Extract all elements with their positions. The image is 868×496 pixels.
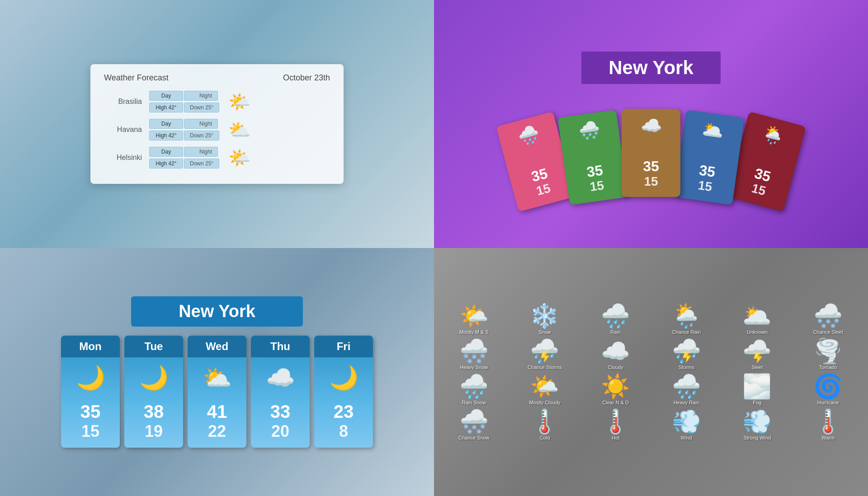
weather-icon-emoji: 🌨️ [813, 304, 843, 328]
low-temp-helsinki: Down 25° [184, 159, 219, 168]
city-name-havana: Havana [104, 126, 149, 134]
weather-icon-label: Rain Snow [462, 400, 486, 405]
day-temps-fri: 23 8 [334, 402, 354, 441]
weather-icon-emoji: 🌧️ [459, 374, 489, 398]
ny-header-bottom: New York [131, 296, 303, 327]
weather-icon-item: ⛈️ Chance Storms [514, 339, 576, 370]
weather-icon-item: 🌡️ Cold [514, 410, 576, 440]
weather-icon-emoji: 🌫️ [742, 374, 772, 398]
day-high-mon: 35 [80, 402, 101, 422]
weather-icon-label: Hot [612, 435, 619, 440]
weather-icon-emoji: 🌡️ [813, 410, 843, 433]
card-low-2: 15 [588, 177, 606, 195]
weather-icon-emoji: 🌧️ [672, 374, 701, 398]
high-temp-helsinki: High 42° [149, 159, 183, 168]
card-temps-2: 35 15 [586, 162, 606, 195]
weather-icon-label: Cloudy [608, 365, 623, 370]
temp-boxes-brasilia: Day Night High 42° Down 25° [149, 91, 219, 112]
day-card-mon: Mon 🌙 35 15 [61, 336, 120, 448]
weather-icon-item: 🌡️ Warm [797, 410, 859, 440]
ny-cards-container: 🌧️ 35 15 🌨️ 35 15 ☁️ 35 15 🌥️ 35 15 [504, 98, 798, 197]
day-name-mon: Mon [61, 336, 120, 357]
day-temps-tue: 38 19 [144, 402, 164, 441]
weather-icon-emoji: 🌥️ [742, 304, 772, 328]
weather-icon-emoji: ☁️ [601, 339, 630, 363]
weather-icon-emoji: ❄️ [530, 304, 559, 328]
weather-icon-item: 💨 Strong Wind [726, 410, 788, 440]
weather-icon-item: 🌩️ Sleet [726, 339, 788, 370]
weather-icon-label: Wind [681, 435, 692, 440]
weather-icon-label: Heavy Snow [460, 365, 488, 370]
weather-icon-item: 🌧️ Rain [585, 304, 646, 335]
day-icon-tue: 🌙 [139, 364, 169, 392]
forecast-card: Weather Forecast October 23th Brasilia D… [90, 64, 344, 184]
low-temp-brasilia: Down 25° [184, 103, 219, 112]
weather-icon-emoji: 🌩️ [742, 339, 772, 363]
weather-icon-emoji: ☀️ [601, 374, 630, 398]
weather-icon-label: Mostly M & S [459, 329, 489, 335]
weather-icon-item: ☁️ Cloudy [585, 339, 646, 370]
weather-icon-label: Fog [753, 400, 762, 405]
weather-icon-emoji: 🌨️ [459, 339, 489, 363]
day-name-thu: Thu [251, 336, 310, 357]
day-label-helsinki: Day [149, 147, 183, 157]
weather-icon-emoji: 🌡️ [601, 410, 630, 433]
weather-icon-label: Mostly Cloudy [529, 400, 560, 405]
weather-icon-label: Chance Storms [528, 365, 562, 370]
card-low-3: 15 [643, 173, 659, 190]
weather-icon-emoji: 🌡️ [530, 410, 559, 433]
card-low-4: 15 [696, 177, 714, 195]
weather-icon-label: Warm [821, 435, 835, 440]
day-name-tue: Tue [124, 336, 183, 357]
weather-icon-emoji: 🌤️ [530, 374, 559, 398]
day-name-fri: Fri [314, 336, 373, 357]
weather-icon-item: 🌧️ Rain Snow [443, 374, 505, 405]
day-high-thu: 33 [270, 402, 291, 422]
ny-card-2: 🌨️ 35 15 [557, 109, 628, 205]
day-temps-thu: 33 20 [270, 402, 291, 441]
day-low-tue: 19 [144, 422, 164, 441]
weather-icon-item: 🌤️ Mostly Cloudy [514, 374, 576, 405]
ny-card-3: ☁️ 35 15 [622, 109, 680, 197]
night-label-havana: Night [184, 119, 218, 129]
high-temp-havana: High 42° [149, 131, 183, 140]
weather-icon-item: 🌦️ Chance Rain [656, 304, 717, 335]
day-high-fri: 23 [334, 402, 354, 422]
weather-icons-grid: 🌤️ Mostly M & S ❄️ Snow 🌧️ Rain 🌦️ Chanc… [443, 304, 859, 440]
day-high-wed: 41 [207, 402, 227, 422]
card-icon-2: 🌨️ [577, 119, 601, 141]
ny-card-4: 🌥️ 35 15 [674, 109, 745, 205]
card-icon-5: 🌦️ [760, 123, 786, 148]
day-body-wed: ⛅ 41 22 [188, 357, 246, 448]
weather-icon-label: Rain [610, 329, 621, 335]
low-temp-havana: Down 25° [184, 131, 219, 140]
weather-icon-label: Chance Rain [672, 329, 701, 335]
forecast-date: October 23th [283, 73, 330, 83]
card-high-2: 35 [586, 162, 604, 179]
card-temps-1: 35 15 [530, 165, 553, 199]
temp-boxes-havana: Day Night High 42° Down 25° [149, 119, 219, 140]
weather-icon-item: ⛈️ Storms [656, 339, 717, 370]
weather-icon-item: 🌤️ Mostly M & S [443, 304, 505, 335]
top-right-panel: New York 🌧️ 35 15 🌨️ 35 15 ☁️ 35 15 🌥️ [434, 0, 868, 248]
weather-icon-emoji: ⛈️ [530, 339, 559, 363]
day-low-mon: 15 [80, 422, 101, 441]
weather-icon-emoji: 🌦️ [672, 304, 701, 328]
weather-icon-label: Hurricane [817, 400, 839, 405]
card-icon-4: 🌥️ [701, 119, 725, 141]
weather-icon-emoji: ⛈️ [672, 339, 701, 363]
forecast-row-havana: Havana Day Night High 42° Down 25° ⛅ [104, 119, 330, 140]
day-card-wed: Wed ⛅ 41 22 [188, 336, 246, 448]
forecast-row-brasilia: Brasilia Day Night High 42° Down 25° 🌤️ [104, 91, 330, 112]
weather-icon-item: 🌥️ Unknown [726, 304, 788, 335]
weather-icon-item: 🌧️ Heavy Rain [656, 374, 717, 405]
weather-icon-item: 🌫️ Fog [726, 374, 788, 405]
high-temp-brasilia: High 42° [149, 103, 183, 112]
city-name-brasilia: Brasilia [104, 98, 149, 106]
card-temps-3: 35 15 [643, 159, 659, 190]
days-grid: Mon 🌙 35 15 Tue 🌙 38 19 Wed ⛅ [61, 336, 373, 448]
weather-icon-item: ☀️ Clear N & D [585, 374, 646, 405]
ny-title-top: New York [581, 51, 721, 84]
weather-icon-emoji: 🌨️ [459, 410, 489, 433]
day-name-wed: Wed [188, 336, 246, 357]
